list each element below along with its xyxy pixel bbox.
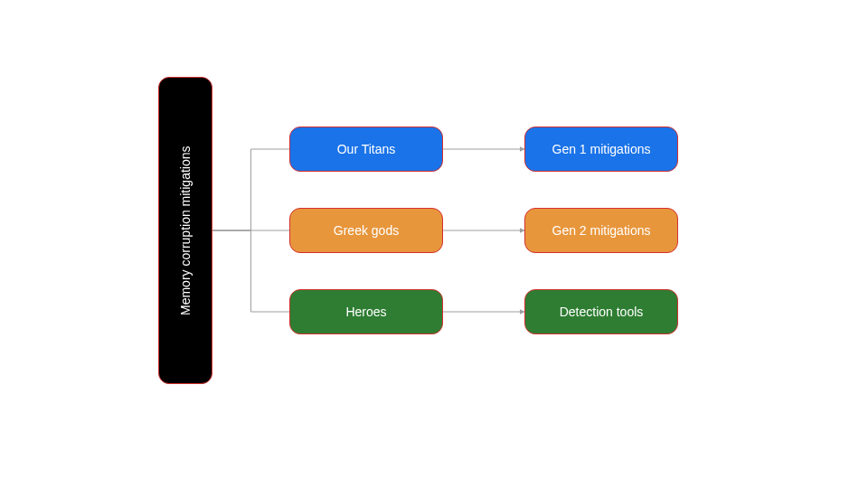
right-node-row2-label: Detection tools xyxy=(560,305,644,319)
right-node-row0: Gen 1 mitigations xyxy=(524,127,678,172)
mid-node-row2: Heroes xyxy=(289,289,443,334)
diagram-stage: Memory corruption mitigations Our Titans… xyxy=(0,0,868,488)
mid-node-row0: Our Titans xyxy=(289,127,443,172)
mid-node-row0-label: Our Titans xyxy=(337,142,396,156)
root-node: Memory corruption mitigations xyxy=(158,77,212,384)
root-node-label: Memory corruption mitigations xyxy=(178,145,193,315)
connector-root-row2 xyxy=(212,230,289,312)
right-node-row1-label: Gen 2 mitigations xyxy=(552,223,651,238)
right-node-row1: Gen 2 mitigations xyxy=(524,208,678,253)
mid-node-row2-label: Heroes xyxy=(345,305,386,319)
connector-root-row0 xyxy=(212,149,289,230)
right-node-row2: Detection tools xyxy=(524,289,678,334)
mid-node-row1-label: Greek gods xyxy=(334,223,399,238)
mid-node-row1: Greek gods xyxy=(289,208,443,253)
right-node-row0-label: Gen 1 mitigations xyxy=(552,142,651,156)
